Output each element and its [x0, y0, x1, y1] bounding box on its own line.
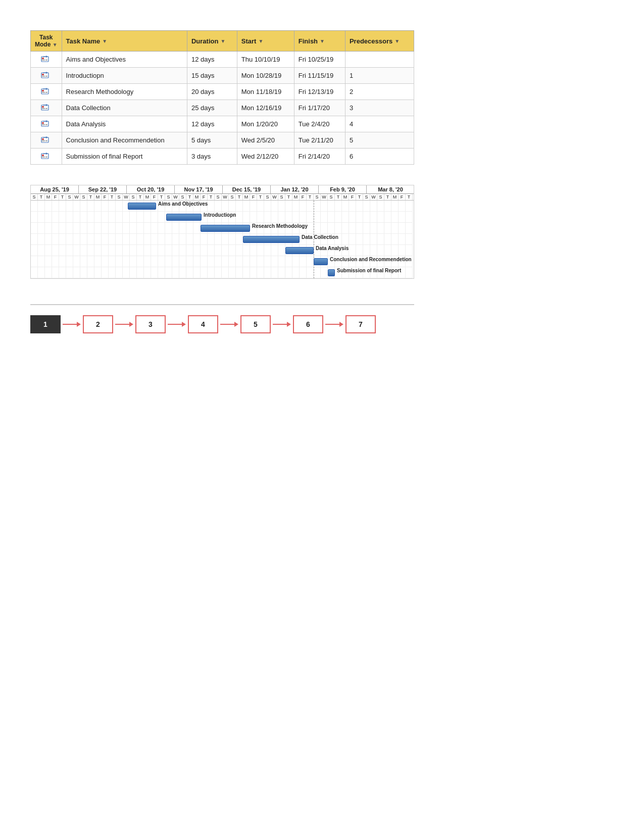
task-mode-cell — [31, 149, 62, 165]
gantt-day-cell: T — [285, 194, 292, 200]
gantt-period-label: Nov 17, '19 — [175, 185, 223, 193]
gantt-day-cell: M — [144, 194, 151, 200]
duration-cell: 25 days — [187, 100, 237, 116]
task-name-cell: Introductiopn — [62, 68, 187, 84]
finish-cell: Fri 10/25/19 — [294, 52, 345, 68]
sort-arrow-start[interactable]: ▼ — [258, 38, 263, 44]
svg-rect-34 — [45, 157, 47, 158]
svg-marker-42 — [234, 322, 238, 327]
table-row: Conclusion and Recommendetion 5 days Wed… — [31, 132, 414, 149]
gantt-day-cell: F — [399, 194, 406, 200]
gantt-day-cell: M — [94, 194, 102, 200]
gantt-day-cell: T — [335, 194, 342, 200]
gantt-table: TaskMode ▼ Task Name ▼ Duration ▼ Start … — [30, 30, 414, 165]
gantt-day-cell: T — [384, 194, 391, 200]
gantt-day-cell: W — [73, 194, 80, 200]
predecessors-cell — [345, 52, 414, 68]
gantt-day-cell: W — [222, 194, 229, 200]
gantt-day-cell: T — [38, 194, 45, 200]
flow-step-box[interactable]: 4 — [188, 315, 218, 333]
gantt-day-cell: S — [80, 194, 87, 200]
flow-step-box[interactable]: 7 — [345, 315, 376, 333]
gantt-period-label: Jan 12, '20 — [271, 185, 319, 193]
gantt-day-cell: S — [229, 194, 236, 200]
sort-arrow-predecessors[interactable]: ▼ — [394, 38, 400, 44]
duration-cell: 20 days — [187, 84, 237, 100]
finish-cell: Fri 1/17/20 — [294, 100, 345, 116]
gantt-bar — [328, 269, 335, 276]
flow-step-box[interactable]: 5 — [240, 315, 271, 333]
gantt-day-cell: S — [31, 194, 38, 200]
gantt-day-cell: M — [243, 194, 250, 200]
flow-step-box[interactable]: 6 — [293, 315, 323, 333]
sort-arrow-duration[interactable]: ▼ — [220, 38, 225, 44]
gantt-day-cell: W — [172, 194, 179, 200]
svg-rect-7 — [42, 74, 44, 75]
gantt-day-cell: S — [314, 194, 321, 200]
gantt-day-cell: T — [356, 194, 363, 200]
gantt-chart: Aug 25, '19Sep 22, '19Oct 20, '19Nov 17,… — [30, 185, 414, 279]
duration-cell: 5 days — [187, 132, 237, 149]
gantt-day-cell: F — [300, 194, 307, 200]
gantt-day-cell: S — [328, 194, 335, 200]
gantt-bar — [314, 258, 328, 265]
flow-step-box[interactable]: 2 — [83, 315, 113, 333]
flow-arrow — [218, 319, 240, 329]
task-mode-cell — [31, 52, 62, 68]
gantt-period-label: Feb 9, '20 — [319, 185, 367, 193]
flow-arrow — [271, 319, 293, 329]
svg-rect-14 — [45, 92, 47, 93]
gantt-bar-label: Data Collection — [302, 234, 338, 240]
gantt-day-cell: T — [137, 194, 144, 200]
table-row: Introductiopn 15 days Mon 10/28/19 Fri 1… — [31, 68, 414, 84]
gantt-day-cell: T — [307, 194, 314, 200]
gantt-bar-label: Data Analysis — [316, 246, 349, 251]
flow-step-box[interactable]: 1 — [30, 315, 61, 333]
task-name-cell: Submission of final Report — [62, 149, 187, 165]
duration-cell: 12 days — [187, 116, 237, 132]
svg-rect-2 — [42, 58, 44, 59]
svg-rect-8 — [42, 76, 45, 77]
gantt-day-cell: S — [215, 194, 222, 200]
predecessors-cell: 4 — [345, 116, 414, 132]
table-row: Aims and Objectives 12 days Thu 10/10/19… — [31, 52, 414, 68]
duration-cell: 3 days — [187, 149, 237, 165]
duration-cell: 15 days — [187, 68, 237, 84]
sort-arrow-task-mode[interactable]: ▼ — [53, 42, 58, 47]
start-cell: Mon 11/18/19 — [237, 84, 294, 100]
sort-arrow-finish[interactable]: ▼ — [320, 38, 325, 44]
predecessors-cell: 1 — [345, 68, 414, 84]
gantt-day-cell: F — [349, 194, 356, 200]
gantt-body: Aims and ObjectivesIntroductiopnResearch… — [31, 201, 413, 278]
gantt-day-cell: M — [342, 194, 349, 200]
finish-cell: Tue 2/4/20 — [294, 116, 345, 132]
table-row: Research Methodology 20 days Mon 11/18/1… — [31, 84, 414, 100]
gantt-grid-row — [31, 234, 413, 245]
gantt-bar — [243, 236, 300, 243]
gantt-day-cell: S — [377, 194, 384, 200]
col-header-task-mode: TaskMode ▼ — [31, 31, 62, 52]
task-mode-cell — [31, 100, 62, 116]
start-cell: Mon 12/16/19 — [237, 100, 294, 116]
sort-arrow-task-name[interactable]: ▼ — [102, 38, 107, 44]
svg-rect-17 — [42, 106, 44, 108]
svg-rect-24 — [45, 124, 47, 125]
start-cell: Wed 2/5/20 — [237, 132, 294, 149]
gantt-day-cell: M — [292, 194, 300, 200]
svg-rect-18 — [42, 108, 45, 109]
svg-marker-40 — [182, 322, 186, 327]
gantt-day-cell: T — [236, 194, 243, 200]
start-cell: Mon 1/20/20 — [237, 116, 294, 132]
gantt-day-cell: T — [406, 194, 413, 200]
gantt-day-cell: F — [201, 194, 208, 200]
predecessors-cell: 2 — [345, 84, 414, 100]
gantt-day-cell: S — [165, 194, 172, 200]
svg-rect-33 — [42, 157, 45, 158]
predecessors-cell: 3 — [345, 100, 414, 116]
start-cell: Mon 10/28/19 — [237, 68, 294, 84]
gantt-bar — [285, 247, 314, 254]
gantt-day-cell: T — [158, 194, 165, 200]
task-mode-cell — [31, 116, 62, 132]
svg-rect-4 — [45, 60, 47, 61]
flow-step-box[interactable]: 3 — [135, 315, 166, 333]
